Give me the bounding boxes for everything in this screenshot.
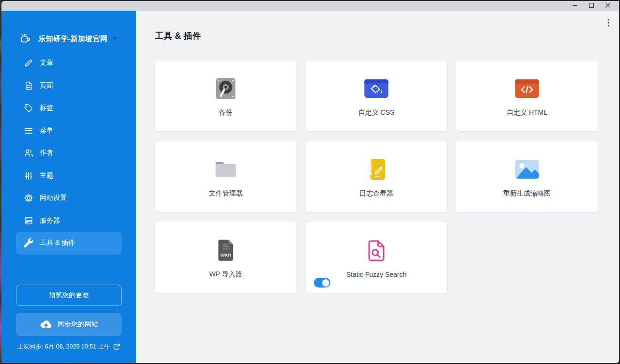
card-wp-importer[interactable]: WXR WP 导入器: [155, 222, 296, 293]
last-sync-text: 上次同步: 6月 06, 2025 10:51 上午: [17, 343, 110, 351]
page-icon: [24, 81, 33, 91]
pencil-icon: [24, 58, 33, 68]
maximize-button[interactable]: [583, 1, 600, 11]
sidebar-item-label: 工具 & 插件: [40, 239, 75, 247]
folder-icon: [214, 156, 238, 183]
sidebar-item-authors[interactable]: 作者: [16, 142, 122, 165]
cloud-upload-icon: [40, 319, 52, 329]
minimize-icon: [572, 1, 578, 10]
card-static-fuzzy-search[interactable]: Static Fuzzy Search: [306, 222, 447, 293]
card-custom-css[interactable]: 自定义 CSS: [306, 61, 447, 131]
wxr-badge: WXR: [220, 252, 231, 258]
external-link-icon[interactable]: [113, 343, 120, 350]
sidebar-item-tags[interactable]: 标签: [16, 97, 122, 120]
sidebar-item-label: 服务器: [40, 216, 60, 225]
kebab-menu-icon: [607, 19, 609, 29]
sync-website-button[interactable]: 同步您的网站: [16, 313, 122, 336]
card-label: Static Fuzzy Search: [346, 271, 407, 278]
site-name: 乐知研学-新加坡官网: [38, 34, 108, 44]
sidebar-item-themes[interactable]: 主题: [16, 165, 122, 187]
card-label: WP 导入器: [209, 270, 242, 279]
sidebar-item-server[interactable]: 服务器: [16, 210, 122, 232]
card-label: 日志查看器: [359, 189, 393, 198]
card-label: 备份: [219, 108, 232, 117]
sidebar-item-tools-plugins[interactable]: 工具 & 插件: [16, 232, 122, 255]
sidebar-item-label: 网站设置: [40, 194, 67, 202]
card-backup[interactable]: 备份: [155, 61, 296, 131]
server-icon: [24, 216, 33, 226]
more-options-button[interactable]: [604, 18, 613, 29]
preview-changes-button[interactable]: 预览您的更改: [16, 285, 122, 306]
plugin-enabled-toggle[interactable]: [314, 278, 330, 288]
tools-grid: 备份 自定义 CSS: [155, 61, 619, 293]
sidebar-item-posts[interactable]: 文章: [16, 52, 122, 75]
window-controls: [567, 1, 616, 11]
sidebar-item-label: 菜单: [40, 126, 53, 135]
chevron-down-icon: [112, 37, 118, 41]
maximize-icon: [589, 1, 594, 10]
sidebar-item-menus[interactable]: 菜单: [16, 120, 122, 142]
authors-icon: [24, 148, 33, 158]
wxr-file-icon: WXR: [217, 237, 235, 264]
card-label: 重新生成缩略图: [503, 189, 551, 198]
wrench-icon: [24, 238, 33, 248]
card-label: 自定义 CSS: [358, 108, 395, 117]
tools-plugins-page: 工具 & 插件 备份: [136, 11, 619, 293]
window-titlebar: [1, 1, 619, 11]
card-regenerate-thumbnails[interactable]: 重新生成缩略图: [456, 141, 598, 212]
image-icon: [515, 156, 539, 183]
sidebar-item-label: 文章: [40, 59, 53, 67]
notebook-pencil-icon: [365, 156, 388, 183]
site-selector[interactable]: 乐知研学-新加坡官网: [16, 28, 122, 49]
sidebar-item-label: 作者: [40, 149, 53, 157]
gear-icon: [24, 193, 33, 203]
sidebar-nav: 文章 页面: [1, 52, 136, 255]
close-button[interactable]: [600, 1, 616, 11]
card-log-viewer[interactable]: 日志查看器: [306, 141, 447, 212]
card-label: 文件管理器: [209, 189, 243, 198]
page-title: 工具 & 插件: [155, 30, 619, 42]
close-icon: [605, 1, 611, 10]
last-sync-status: 上次同步: 6月 06, 2025 10:51 上午: [1, 343, 136, 351]
sync-website-label: 同步您的网站: [58, 320, 98, 329]
hdd-icon: [216, 75, 236, 102]
mug-icon: [20, 33, 31, 45]
preview-changes-label: 预览您的更改: [48, 291, 89, 300]
sidebar-item-label: 标签: [40, 104, 53, 112]
card-label: 自定义 HTML: [507, 108, 547, 117]
sidebar-item-site-settings[interactable]: 网站设置: [16, 187, 122, 210]
card-file-manager[interactable]: 文件管理器: [155, 141, 296, 212]
main-content: 工具 & 插件 备份: [136, 11, 619, 363]
document-search-icon: [367, 237, 386, 264]
sidebar-item-label: 页面: [40, 81, 53, 90]
paint-bucket-window-icon: [364, 75, 388, 102]
sidebar: 乐知研学-新加坡官网 文章 页面: [1, 11, 136, 363]
tag-icon: [24, 103, 33, 113]
sidebar-item-pages[interactable]: 页面: [16, 75, 122, 97]
code-window-icon: [515, 75, 539, 102]
menu-icon: [24, 126, 33, 136]
sidebar-item-label: 主题: [40, 171, 53, 180]
minimize-button[interactable]: [567, 1, 583, 11]
sliders-icon: [24, 171, 33, 181]
card-custom-html[interactable]: 自定义 HTML: [456, 61, 598, 131]
